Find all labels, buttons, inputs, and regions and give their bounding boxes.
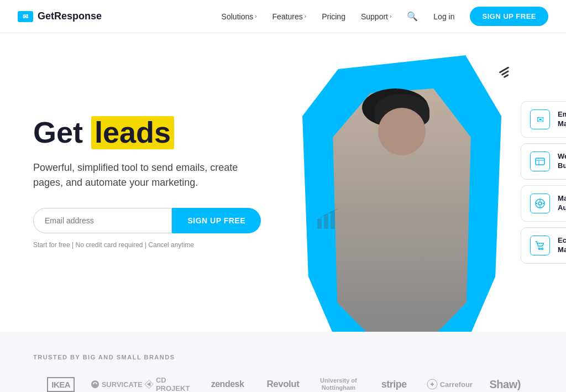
- brand-nottingham: University ofNottingham: [311, 377, 366, 391]
- feature-card-marketing-automation[interactable]: MarketingAutomation ›: [521, 185, 566, 222]
- nav-signup-button[interactable]: SIGN UP FREE: [470, 7, 548, 26]
- brand-name: IKEA: [47, 377, 75, 392]
- decoration-lines: [499, 66, 510, 82]
- hero-form: SIGN UP FREE: [33, 208, 261, 233]
- feature-cards: ✉ EmailMarketing › WebsiteBuilder › Mark…: [521, 33, 566, 332]
- nav-links: Solutions › Features › Pricing Support ›…: [222, 7, 548, 26]
- brand-name: stripe: [381, 379, 407, 390]
- hero-headline: Get leads: [33, 116, 261, 149]
- brand-ikea: IKEA: [33, 377, 88, 392]
- brand-name: SURVICATE: [91, 380, 143, 389]
- svg-point-7: [538, 202, 542, 205]
- chevron-down-icon: ›: [390, 13, 391, 19]
- automation-icon: [530, 194, 550, 213]
- hero-section: Get leads Powerful, simplified tool to s…: [0, 33, 566, 332]
- card-label: MarketingAutomation: [558, 194, 566, 213]
- hero-cta-button[interactable]: SIGN UP FREE: [172, 208, 261, 233]
- search-icon[interactable]: 🔍: [407, 11, 418, 22]
- svg-rect-1: [324, 215, 328, 229]
- chevron-down-icon: ›: [255, 13, 256, 19]
- logo[interactable]: GetResponse: [18, 11, 102, 22]
- svg-rect-0: [317, 219, 322, 229]
- svg-point-14: [91, 380, 99, 388]
- brand-stripe: stripe: [366, 379, 422, 390]
- brand-name: Revolut: [267, 379, 300, 390]
- brand-revolut: Revolut: [255, 379, 311, 390]
- feature-card-website-builder[interactable]: WebsiteBuilder ›: [521, 143, 566, 180]
- nav-solutions[interactable]: Solutions ›: [222, 12, 257, 21]
- card-label: WebsiteBuilder: [558, 152, 566, 171]
- brand-zendesk: zendesk: [200, 379, 255, 389]
- logo-icon: [18, 11, 33, 22]
- logo-text: GetResponse: [38, 11, 102, 22]
- brand-name: zendesk: [211, 379, 244, 389]
- feature-card-ecommerce-marketing[interactable]: EcommerceMarketing ›: [521, 227, 566, 264]
- svg-point-12: [539, 248, 541, 250]
- chevron-down-icon: ›: [305, 13, 306, 19]
- trusted-section: TRUSTED BY BIG AND SMALL BRANDS IKEA SUR…: [0, 332, 566, 392]
- brand-name: Shaw): [490, 378, 521, 391]
- email-input[interactable]: [33, 208, 172, 233]
- trusted-label: TRUSTED BY BIG AND SMALL BRANDS: [33, 354, 533, 360]
- chart-icon: [316, 208, 344, 232]
- feature-card-email-marketing[interactable]: ✉ EmailMarketing ›: [521, 101, 566, 138]
- brand-name: Carrefour: [427, 379, 473, 390]
- svg-rect-2: [331, 211, 335, 229]
- svg-point-13: [542, 248, 543, 250]
- nav-features[interactable]: Features ›: [272, 12, 307, 21]
- brand-survicate: SURVICATE: [88, 380, 144, 389]
- brand-name: University ofNottingham: [320, 377, 357, 391]
- nav-support[interactable]: Support ›: [361, 12, 391, 21]
- ecommerce-icon: [530, 236, 550, 255]
- hero-image: [283, 33, 521, 332]
- hero-content: Get leads Powerful, simplified tool to s…: [0, 33, 283, 332]
- hero-subtext: Powerful, simplified tool to send emails…: [33, 160, 261, 190]
- nav-pricing[interactable]: Pricing: [322, 12, 345, 21]
- brand-name: CD PROJEKT: [144, 376, 200, 392]
- card-label: EcommerceMarketing: [558, 236, 566, 255]
- svg-rect-3: [536, 158, 544, 165]
- card-label: EmailMarketing: [558, 110, 566, 129]
- navigation: GetResponse Solutions › Features › Prici…: [0, 0, 566, 33]
- login-link[interactable]: Log in: [433, 12, 454, 21]
- brand-carrefour: Carrefour: [422, 379, 477, 390]
- brand-cdprojekt: CD PROJEKT: [144, 376, 200, 392]
- email-icon: ✉: [530, 109, 550, 129]
- brand-shaw: Shaw): [478, 378, 533, 391]
- brand-logos: IKEA SURVICATE CD PROJEKT zendesk Revolu…: [33, 376, 533, 392]
- hero-highlight: leads: [91, 116, 174, 149]
- person-container: [319, 77, 485, 332]
- hero-fine-print: Start for free | No credit card required…: [33, 241, 261, 249]
- person-face: [378, 108, 426, 155]
- website-icon: [530, 151, 550, 171]
